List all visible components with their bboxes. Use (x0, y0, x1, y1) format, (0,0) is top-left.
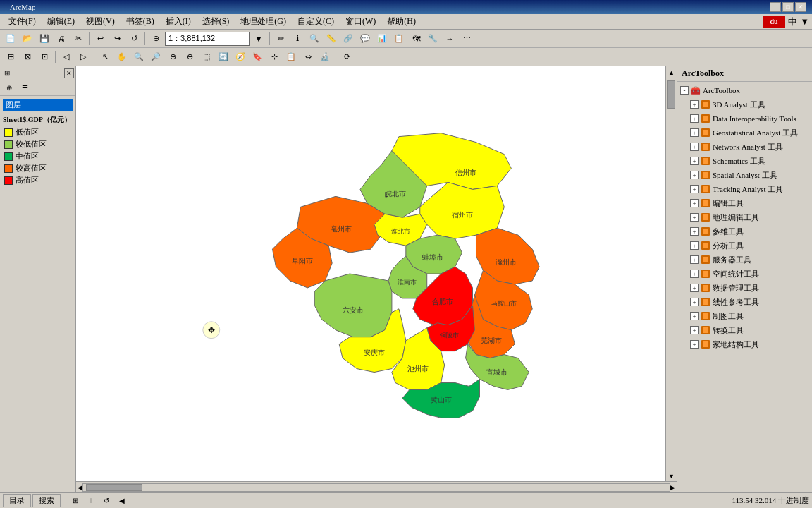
forward-btn[interactable]: ▷ (75, 49, 91, 65)
report-btn[interactable]: 📋 (391, 31, 407, 47)
arcmap-btn[interactable]: 🗺 (408, 31, 424, 47)
refresh-btn[interactable]: ↺ (126, 31, 142, 47)
toolbox-item-coverage[interactable]: +制图工具 (679, 309, 811, 323)
user-btn[interactable]: ▼ (800, 16, 809, 28)
graph-btn[interactable]: 📊 (374, 31, 390, 47)
arrow-btn[interactable]: → (442, 31, 457, 47)
menu-edit[interactable]: 编辑(E) (42, 14, 80, 29)
toc-add-btn[interactable]: ⊕ (3, 82, 16, 95)
expand-3d[interactable]: + (690, 100, 699, 109)
menu-bookmarks[interactable]: 书签(B) (121, 14, 160, 29)
undo-btn[interactable]: ↩ (92, 31, 108, 47)
toolbox-item-linearref[interactable]: +线性参考工具 (679, 295, 811, 309)
cut-btn[interactable]: ✂ (70, 31, 86, 47)
menu-customize[interactable]: 自定义(C) (292, 14, 340, 29)
print-btn[interactable]: 🖨 (54, 31, 69, 47)
full-extent-btn[interactable]: ⊠ (20, 49, 35, 65)
select-btn[interactable]: ↖ (97, 49, 113, 65)
zoom-extent-btn[interactable]: ⊡ (37, 49, 52, 65)
expand-spatialstat[interactable]: + (690, 270, 699, 278)
maximize-button[interactable]: □ (782, 2, 794, 12)
hyperlink-btn[interactable]: 🔗 (340, 31, 356, 47)
layer-name[interactable]: Sheet1$.GDP（亿元） (3, 114, 73, 126)
menu-geoprocess[interactable]: 地理处理(G) (235, 14, 292, 29)
fixed-zoom-out[interactable]: ⊖ (182, 49, 197, 65)
expand-tracking[interactable]: + (690, 185, 699, 193)
layout-btn[interactable]: ⊞ (3, 49, 18, 65)
scroll-track-h[interactable] (82, 483, 670, 492)
map-area[interactable]: 信州市 皖北市 亳州市 宿州市 淮北市 (76, 66, 665, 481)
toolbox-item-spatialstat[interactable]: +空间统计工具 (679, 267, 811, 281)
toolbox-btn[interactable]: 🔧 (425, 31, 441, 47)
scale-input[interactable] (165, 32, 250, 46)
lang-btn[interactable]: 中 (788, 16, 797, 28)
expand-analysis[interactable]: + (690, 241, 699, 250)
toolbox-item-geostat[interactable]: +Geostatistical Analyst 工具 (679, 126, 811, 140)
spatial-bookmark[interactable]: 🔖 (250, 49, 265, 65)
scroll-down-btn[interactable]: ▼ (667, 471, 676, 481)
expand-spatial[interactable]: + (690, 171, 699, 179)
toolbox-item-cartography[interactable]: +地理编辑工具 (679, 210, 811, 224)
close-button[interactable]: ✕ (795, 2, 806, 12)
scroll-track-v[interactable] (667, 78, 677, 471)
toolbox-item-datamanage[interactable]: +数据管理工具 (679, 281, 811, 295)
menu-insert[interactable]: 插入(I) (160, 14, 197, 29)
pan-btn[interactable]: ✋ (114, 49, 130, 65)
html-popup-btn[interactable]: 💬 (357, 31, 373, 47)
redo-btn[interactable]: ↪ (109, 31, 125, 47)
horizontal-scrollbar[interactable]: ◀ ▶ (76, 481, 677, 492)
tab-search[interactable]: 搜索 (32, 494, 61, 507)
open-btn[interactable]: 📂 (20, 31, 35, 47)
root-expand[interactable]: - (680, 86, 689, 95)
toolbox-item-spatial[interactable]: +Spatial Analyst 工具 (679, 168, 811, 182)
scroll-left-btn[interactable]: ◀ (78, 484, 82, 491)
menu-select[interactable]: 选择(S) (197, 14, 235, 29)
panel-close-btn[interactable]: ✕ (64, 68, 74, 78)
expand-network[interactable]: + (690, 143, 699, 151)
scroll-up-btn[interactable]: ▲ (667, 68, 676, 78)
toolbox-item-3d[interactable]: +3D Analyst 工具 (679, 97, 811, 111)
overview-btn[interactable]: ⊞ (69, 495, 82, 507)
expand-geostat[interactable]: + (690, 128, 699, 137)
toolbox-item-server[interactable]: +服务器工具 (679, 253, 811, 267)
toolbox-item-multidim[interactable]: +多维工具 (679, 224, 811, 238)
expand-multidim[interactable]: + (690, 227, 699, 236)
back-btn[interactable]: ◁ (59, 49, 74, 65)
magnifier-btn[interactable]: 🔬 (317, 49, 333, 65)
menu-file[interactable]: 文件(F) (3, 14, 42, 29)
more2-btn[interactable]: ⋯ (356, 49, 371, 65)
toolbox-item-geocode[interactable]: +家地结构工具 (679, 337, 811, 351)
menu-window[interactable]: 窗口(W) (340, 14, 381, 29)
pause-btn[interactable]: ⏸ (85, 495, 97, 507)
scale-dropdown[interactable]: ▼ (251, 31, 266, 47)
expand-edit[interactable]: + (690, 199, 699, 207)
rotate-btn[interactable]: ⟳ (339, 49, 355, 65)
expand-interop[interactable]: + (690, 114, 699, 123)
expand-geocode[interactable]: + (690, 340, 699, 349)
expand-linearref[interactable]: + (690, 298, 699, 306)
expand-coverage[interactable]: + (690, 312, 699, 320)
expand-convert[interactable]: + (690, 326, 699, 334)
toolbox-item-tracking[interactable]: +Tracking Analyst 工具 (679, 182, 811, 196)
zoom-window[interactable]: ⬚ (199, 49, 214, 65)
vertical-scrollbar[interactable]: ▲ ▼ (665, 66, 677, 481)
refresh2-btn[interactable]: ↺ (100, 495, 113, 507)
swipe-btn[interactable]: ⇔ (300, 49, 316, 65)
minimize-button[interactable]: — (770, 2, 781, 12)
fixed-zoom-in[interactable]: ⊕ (165, 49, 180, 65)
identify-btn[interactable]: ℹ (290, 31, 305, 47)
toolbox-item-edit[interactable]: +编辑工具 (679, 196, 811, 210)
new-btn[interactable]: 📄 (3, 31, 18, 47)
expand-server[interactable]: + (690, 255, 699, 264)
scroll-thumb-v[interactable] (667, 80, 675, 109)
measure-btn[interactable]: 📏 (324, 31, 339, 47)
prev-btn[interactable]: ◀ (116, 495, 128, 507)
toolbox-item-schema[interactable]: +Schematics 工具 (679, 154, 811, 168)
go-to-xy[interactable]: ⊹ (266, 49, 282, 65)
save-btn[interactable]: 💾 (37, 31, 52, 47)
tab-catalog[interactable]: 目录 (3, 494, 31, 507)
toolbox-item-convert[interactable]: +转换工具 (679, 323, 811, 337)
expand-schema[interactable]: + (690, 157, 699, 165)
scroll-thumb-h[interactable] (86, 484, 142, 491)
expand-datamanage[interactable]: + (690, 284, 699, 292)
